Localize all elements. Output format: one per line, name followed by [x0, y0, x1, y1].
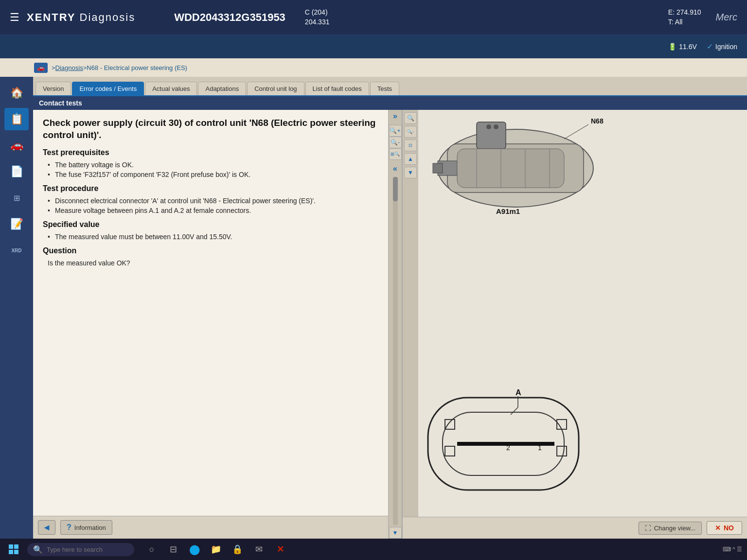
- right-next[interactable]: ▼: [404, 167, 417, 178]
- svg-rect-20: [557, 446, 567, 456]
- section-header: Contact tests: [33, 96, 747, 110]
- content-split: Check power supply (circuit 30) of contr…: [33, 110, 747, 539]
- second-bar: 🔋 11.6V ✓ Ignition: [0, 35, 747, 58]
- taskbar-task-view[interactable]: ⊟: [165, 542, 181, 557]
- svg-rect-17: [445, 420, 455, 429]
- no-icon: ✕: [715, 524, 721, 532]
- taskbar-explorer[interactable]: 📁: [208, 542, 224, 557]
- tab-error-codes[interactable]: Error codes / Events: [72, 82, 144, 95]
- left-bottom-bar: ◄ ? Information: [33, 516, 402, 539]
- svg-line-25: [511, 407, 518, 415]
- right-bottom-bar: ⛶ Change view... ✕ NO: [403, 517, 747, 539]
- connector-diagram: 2 1 A: [423, 383, 588, 509]
- battery-icon: 🔋 11.6V: [668, 43, 697, 51]
- right-panel: 🔍 🔍- ⊡ ▲ ▼: [403, 110, 747, 539]
- vehicle-info: C (204) 204.331: [305, 8, 330, 27]
- breadcrumb-sep1: >: [83, 64, 87, 71]
- change-view-button[interactable]: ⛶ Change view...: [639, 522, 702, 535]
- specified-item-1: The measured value must be between 11.00…: [48, 233, 382, 241]
- no-label: NO: [724, 524, 734, 532]
- change-view-label: Change view...: [654, 525, 695, 532]
- prerequisites-heading: Test prerequisites: [43, 148, 382, 157]
- taskbar-search-box[interactable]: 🔍: [27, 543, 134, 556]
- no-button[interactable]: ✕ NO: [707, 521, 742, 535]
- sidebar-item-home[interactable]: 🏠: [4, 82, 29, 104]
- breadcrumb-diagnosis[interactable]: Diagnosis: [55, 64, 83, 71]
- info-button[interactable]: ? Information: [60, 520, 112, 535]
- sidebar-item-checklist[interactable]: 📋: [4, 108, 29, 130]
- taskbar-lock[interactable]: 🔒: [230, 542, 245, 557]
- info-icon: ?: [67, 523, 71, 532]
- tab-tests[interactable]: Tests: [370, 82, 399, 95]
- main-layout: 🏠 📋 🚗 📄 ⊞ 📝 XRD Version Error codes / Ev…: [0, 77, 747, 539]
- procedure-item-1: Disconnect electrical connector 'A' at c…: [48, 197, 382, 205]
- scroll-down-btn[interactable]: ▼: [389, 527, 402, 539]
- sidebar-item-grid[interactable]: ⊞: [4, 187, 29, 209]
- check-icon: ✓: [707, 42, 713, 51]
- taskbar: 🔍 ○ ⊟ ⬤ 📁 🔒 ✉ ✕ ⌨ ^ ☰: [0, 539, 747, 560]
- breadcrumb-separator0: >: [52, 64, 55, 71]
- search-input[interactable]: [47, 546, 124, 553]
- svg-point-5: [486, 124, 491, 129]
- taskbar-icons: ○ ⊟ ⬤ 📁 🔒 ✉ ✕: [144, 542, 288, 557]
- sidebar-item-notes[interactable]: 📝: [4, 213, 29, 235]
- prerequisite-item-1: The battery voltage is OK.: [48, 161, 382, 169]
- question-heading: Question: [43, 246, 382, 255]
- collapse-btn[interactable]: «: [391, 162, 399, 175]
- change-view-icon: ⛶: [645, 525, 651, 532]
- windows-start-button[interactable]: [5, 541, 22, 558]
- zoom-in-btn[interactable]: 🔍+: [389, 125, 402, 137]
- brand-logo: Merc: [716, 12, 737, 23]
- sidebar-item-document[interactable]: 📄: [4, 160, 29, 183]
- svg-rect-4: [477, 122, 506, 149]
- procedure-heading: Test procedure: [43, 184, 382, 193]
- tab-adaptations[interactable]: Adaptations: [198, 82, 246, 95]
- right-fit[interactable]: ⊡: [404, 140, 417, 151]
- zoom-fit-btn[interactable]: ⊞🔍: [389, 148, 402, 160]
- app-title: XENTRY Diagnosis: [27, 11, 135, 24]
- info-label: Information: [74, 524, 106, 531]
- system-info: E: 274.910 T: All: [668, 8, 701, 27]
- right-prev[interactable]: ▲: [404, 153, 417, 165]
- specified-list: The measured value must be between 11.00…: [43, 233, 382, 241]
- svg-text:1: 1: [538, 444, 542, 452]
- left-panel: Check power supply (circuit 30) of contr…: [33, 110, 403, 539]
- taskbar-close[interactable]: ✕: [272, 542, 288, 557]
- prerequisite-item-2: The fuse 'F32f157' of component 'F32 (Fr…: [48, 171, 382, 178]
- taskbar-cortana[interactable]: ○: [144, 542, 160, 557]
- expand-right-btn[interactable]: »: [391, 110, 399, 122]
- back-button[interactable]: ◄: [38, 520, 55, 535]
- ignition-info: ✓ Ignition: [707, 42, 737, 51]
- breadcrumb: 🚗 > Diagnosis > N68 - Electrical power s…: [0, 58, 747, 77]
- hamburger-menu[interactable]: ☰: [10, 11, 19, 24]
- procedure-item-2: Measure voltage between pins A.1 and A.2…: [48, 207, 382, 214]
- right-zoom-out[interactable]: 🔍-: [404, 126, 417, 138]
- procedure-list: Disconnect electrical connector 'A' at c…: [43, 197, 382, 214]
- sidebar-item-xrd[interactable]: XRD: [4, 239, 29, 262]
- sidebar: 🏠 📋 🚗 📄 ⊞ 📝 XRD: [0, 77, 33, 539]
- svg-text:2: 2: [506, 444, 510, 452]
- a91m1-label: A91m1: [496, 207, 520, 215]
- svg-rect-7: [457, 149, 564, 188]
- tab-actual-values[interactable]: Actual values: [145, 82, 197, 95]
- sidebar-item-vehicle[interactable]: 🚗: [4, 134, 29, 157]
- taskbar-right: ⌨ ^ ☰: [723, 546, 742, 553]
- content-area: Version Error codes / Events Actual valu…: [33, 77, 747, 539]
- svg-line-12: [564, 124, 588, 139]
- scroll-controls: » 🔍+ 🔍- ⊞🔍 « ▼: [388, 110, 402, 539]
- taskbar-tray-icons: ⌨ ^ ☰: [723, 546, 742, 553]
- taskbar-edge[interactable]: ⬤: [187, 542, 202, 557]
- right-zoom-in[interactable]: 🔍: [404, 112, 417, 124]
- zoom-out-btn[interactable]: 🔍-: [389, 137, 402, 148]
- windows-icon: [9, 544, 18, 554]
- vin-number: WDD2043312G351953: [174, 11, 285, 24]
- main-heading: Check power supply (circuit 30) of contr…: [43, 117, 382, 141]
- tab-version[interactable]: Version: [36, 82, 71, 95]
- tab-control-unit-log[interactable]: Control unit log: [247, 82, 304, 95]
- prerequisites-list: The battery voltage is OK. The fuse 'F32…: [43, 161, 382, 178]
- left-panel-scroll[interactable]: Check power supply (circuit 30) of contr…: [33, 110, 402, 516]
- search-icon: 🔍: [33, 545, 43, 554]
- taskbar-mail[interactable]: ✉: [251, 542, 267, 557]
- battery-info: 🔋 11.6V ✓ Ignition: [668, 42, 737, 51]
- tab-list-fault-codes[interactable]: List of fault codes: [305, 82, 369, 95]
